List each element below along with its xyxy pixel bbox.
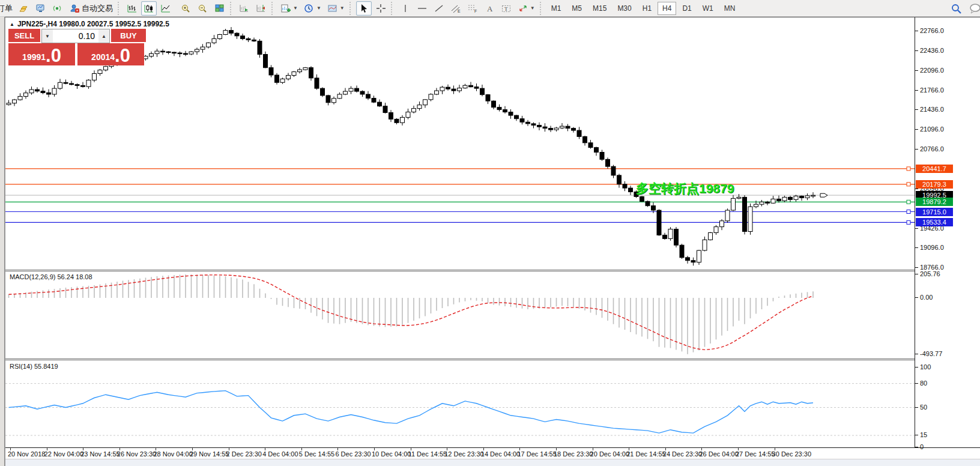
- time-label: 26 Dec 04:00: [699, 450, 738, 458]
- bar-chart-icon[interactable]: [124, 1, 140, 16]
- mdi-edge-strip: [0, 17, 5, 466]
- time-label: 5 Dec 14:55: [299, 450, 334, 458]
- bottom-strip: [5, 459, 980, 466]
- publisher-icon[interactable]: [33, 1, 49, 16]
- time-label: 17 Dec 14:55: [517, 450, 556, 458]
- chart-title-text: JPN225-,H4 19980.0 20027.5 19952.5 19992…: [17, 20, 169, 28]
- buy-button[interactable]: BUY: [111, 29, 146, 43]
- time-label: 4 Dec 04:00: [262, 450, 298, 458]
- level-price-badge: 20179.3: [916, 180, 953, 189]
- search-icon[interactable]: [948, 1, 965, 16]
- chart-shift-icon[interactable]: [253, 1, 269, 16]
- volume-increase-button[interactable]: ▲: [98, 29, 109, 43]
- level-line-handle[interactable]: [907, 210, 910, 214]
- sell-price-main: 19991: [22, 52, 46, 62]
- level-line-handle[interactable]: [907, 167, 910, 171]
- main-toolbar: 订单自动交易▼▼▼EFAT▼M1M5M15M30H1H4D1W1MN: [0, 0, 980, 17]
- timeframe-button-mn[interactable]: MN: [719, 2, 740, 15]
- level-price-badge: 19533.4: [916, 218, 953, 226]
- timeframe-button-m5[interactable]: M5: [567, 2, 587, 15]
- text-label-icon[interactable]: T: [498, 1, 514, 16]
- chart-window[interactable]: 22766.022436.022096.021766.021436.021096…: [5, 17, 980, 466]
- zoom-out-icon[interactable]: [195, 1, 211, 16]
- sell-button[interactable]: SELL: [8, 29, 40, 43]
- vertical-line-icon[interactable]: [398, 1, 413, 16]
- application-window: 订单自动交易▼▼▼EFAT▼M1M5M15M30H1H4D1W1MN 22766…: [0, 0, 980, 466]
- auto-scroll-icon[interactable]: [237, 1, 252, 16]
- periods-button[interactable]: ▼: [301, 1, 324, 16]
- equidistant-channel-icon[interactable]: E: [448, 1, 464, 16]
- timeframe-button-h4[interactable]: H4: [658, 2, 676, 15]
- level-price-badge: 20441.7: [916, 165, 953, 173]
- macd-pane-canvas[interactable]: [5, 271, 915, 359]
- line-chart-icon[interactable]: [158, 1, 174, 16]
- time-axis[interactable]: 20 Nov 201822 Nov 04:0023 Nov 14:5526 No…: [5, 447, 980, 459]
- chart-annotation-text[interactable]: 多空转折点19879: [636, 180, 734, 197]
- timeframe-button-d1[interactable]: D1: [677, 2, 696, 15]
- price-axis[interactable]: 22766.022436.022096.021766.021436.021096…: [915, 17, 980, 447]
- timeframe-button-m15[interactable]: M15: [588, 2, 611, 15]
- signal-icon[interactable]: [50, 1, 65, 16]
- chat-icon[interactable]: [966, 1, 980, 16]
- macd-signal-line: [9, 275, 814, 350]
- sell-price-fraction: .0: [46, 47, 61, 64]
- timeframe-button-h1[interactable]: H1: [638, 2, 656, 15]
- horizontal-line-icon[interactable]: [414, 1, 430, 16]
- rsi-indicator-label: RSI(14) 55.8419: [10, 363, 58, 370]
- zoom-in-icon[interactable]: [178, 1, 194, 16]
- toolbar-separator: [230, 2, 234, 15]
- timeframe-button-m30[interactable]: M30: [612, 2, 636, 15]
- trendline-icon[interactable]: [431, 1, 447, 16]
- timeframe-button-m1[interactable]: M1: [546, 2, 566, 15]
- time-label: 26 Nov 23:30: [117, 450, 156, 458]
- time-label: 30 Dec 23:30: [772, 450, 811, 458]
- level-price-badge: 19879.2: [916, 198, 953, 206]
- level-line-handle[interactable]: [907, 200, 910, 204]
- rsi-pane-canvas[interactable]: [5, 361, 915, 447]
- cursor-icon[interactable]: [356, 1, 372, 16]
- gold-icon[interactable]: [16, 1, 32, 16]
- time-label: 12 Dec 23:30: [444, 450, 483, 458]
- time-label: 27 Dec 14:55: [736, 450, 775, 458]
- sell-price-display[interactable]: 19991 .0: [8, 43, 75, 65]
- buy-price-display[interactable]: 20014 .0: [77, 43, 144, 65]
- volume-spinner: ▼ ▲: [41, 29, 110, 43]
- time-label: 21 Dec 14:55: [626, 450, 665, 458]
- fibonacci-icon[interactable]: F: [465, 1, 480, 16]
- timeframe-button-w1[interactable]: W1: [698, 2, 718, 15]
- templates-button[interactable]: ▼: [325, 1, 347, 16]
- rsi-line: [9, 391, 814, 434]
- toolbar-separator: [540, 2, 544, 15]
- volume-input[interactable]: [53, 29, 98, 43]
- time-label: 20 Dec 04:00: [590, 450, 629, 458]
- time-label: 10 Dec 04:00: [372, 450, 411, 458]
- toolbar-separator: [349, 2, 354, 15]
- crosshair-icon[interactable]: [373, 1, 389, 16]
- time-label: 6 Dec 23:30: [335, 450, 371, 458]
- svg-text:T: T: [504, 6, 508, 12]
- toolbar-separator: [118, 2, 122, 15]
- level-line-handle[interactable]: [907, 220, 910, 224]
- svg-text:A: A: [487, 4, 493, 13]
- pane-divider[interactable]: [5, 359, 980, 360]
- buy-price-fraction: .0: [115, 47, 130, 64]
- macd-indicator-label: MACD(12,26,9) 56.24 18.08: [10, 273, 92, 280]
- toolbar-separator: [391, 2, 395, 15]
- time-label: 11 Dec 14:55: [408, 450, 447, 458]
- level-line-handle[interactable]: [907, 183, 910, 186]
- new-chart-button[interactable]: ▼: [278, 1, 300, 16]
- time-label: 28 Nov 04:00: [153, 450, 192, 458]
- svg-text:F: F: [474, 9, 477, 13]
- candlestick-chart-icon[interactable]: [141, 1, 157, 16]
- new-order-button[interactable]: 订单: [0, 1, 15, 16]
- collapse-triangle-icon[interactable]: ▲: [10, 22, 14, 27]
- toolbar-separator: [271, 2, 276, 15]
- time-label: 2 Dec 23:30: [226, 450, 262, 458]
- arrows-button[interactable]: ▼: [515, 1, 537, 16]
- time-label: 20 Nov 2018: [8, 450, 45, 458]
- time-label: 22 Nov 04:00: [44, 450, 83, 458]
- tile-windows-icon[interactable]: [212, 1, 228, 16]
- volume-decrease-button[interactable]: ▼: [42, 29, 53, 43]
- text-icon[interactable]: A: [482, 1, 497, 16]
- autotrade-button[interactable]: 自动交易: [67, 1, 115, 16]
